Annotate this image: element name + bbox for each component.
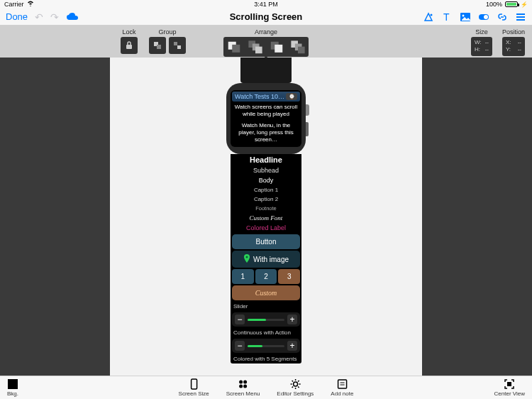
status-right: 100% ⚡: [486, 1, 528, 8]
slider-plus-icon[interactable]: +: [287, 341, 297, 351]
done-button[interactable]: Done: [6, 11, 28, 22]
toggle-tool-icon[interactable]: [478, 11, 489, 23]
wifi-icon: [27, 1, 34, 8]
add-note-button[interactable]: Add note: [331, 378, 353, 397]
svg-rect-20: [298, 47, 305, 54]
slider-minus-icon[interactable]: −: [235, 315, 245, 324]
position-label: Position: [502, 28, 525, 35]
watch-button-with-image[interactable]: With image: [232, 251, 300, 268]
menu-icon[interactable]: [515, 11, 526, 23]
send-backward-button[interactable]: [226, 40, 242, 54]
position-group: Position X:-- Y:--: [502, 28, 525, 56]
add-note-label: Add note: [331, 390, 353, 397]
watch-title-bar[interactable]: Watch Tests 10… ⌚: [232, 92, 300, 102]
svg-point-5: [484, 15, 488, 19]
svg-rect-8: [157, 45, 161, 49]
svg-line-32: [292, 381, 293, 382]
screen-size-button[interactable]: Screen Size: [179, 378, 209, 397]
canvas[interactable]: Watch Tests 10… ⌚ Watch screens can scro…: [0, 58, 532, 376]
slider-label: Slider: [231, 302, 301, 311]
watch-slider-2[interactable]: − +: [232, 339, 300, 353]
watch-intro-1[interactable]: Watch screens can scroll while being pla…: [231, 102, 301, 120]
slider3-label: Colored with 5 Segments: [231, 354, 301, 364]
svg-point-23: [239, 381, 243, 384]
bkg-button[interactable]: Bkg.: [7, 378, 18, 397]
charging-icon: ⚡: [521, 1, 528, 8]
slider-plus-icon[interactable]: +: [287, 315, 297, 324]
screen-menu-label: Screen Menu: [226, 390, 260, 397]
square-icon: [8, 379, 18, 389]
size-box[interactable]: W:-- H:--: [471, 37, 492, 56]
arrange-label: Arrange: [223, 28, 309, 35]
watch-caption2[interactable]: Caption 2: [231, 195, 301, 204]
toolbar: Lock Group Arrange Size W:-- H:--: [0, 26, 532, 58]
svg-point-0: [431, 13, 433, 16]
svg-point-24: [243, 381, 247, 384]
editor-settings-button[interactable]: Editor Settings: [277, 378, 314, 397]
group-tools: Group: [149, 28, 186, 54]
seg-1[interactable]: 1: [232, 269, 254, 284]
cloud-icon[interactable]: [66, 11, 79, 23]
svg-rect-15: [255, 47, 262, 54]
watch-side-button: [306, 122, 309, 136]
size-label: Size: [471, 28, 492, 35]
bring-front-button[interactable]: [290, 40, 306, 54]
note-icon: [336, 378, 348, 390]
watch-intro-2[interactable]: Watch Menu, in the player, long press th…: [231, 120, 301, 146]
svg-point-3: [462, 14, 465, 16]
watch-subhead[interactable]: Subhead: [231, 165, 301, 175]
watch-body[interactable]: Body: [231, 175, 301, 185]
svg-rect-6: [126, 45, 132, 49]
status-left: Carrier: [4, 1, 34, 8]
watch-title: Watch Tests 10…: [235, 93, 284, 100]
bring-forward-button[interactable]: [269, 40, 284, 54]
arrange-group: Arrange: [223, 28, 309, 57]
watch-custom-button[interactable]: Custom: [232, 285, 300, 300]
watch-mockup: Watch Tests 10… ⌚ Watch screens can scro…: [223, 58, 309, 364]
svg-rect-9: [174, 42, 177, 45]
shape-tool-icon[interactable]: [423, 11, 434, 23]
watch-face: Watch Tests 10… ⌚ Watch screens can scro…: [231, 90, 301, 147]
watch-scroll-content: Headline Subhead Body Caption 1 Caption …: [231, 154, 301, 364]
svg-rect-12: [232, 45, 240, 53]
watch-footnote[interactable]: Footnote: [231, 204, 301, 213]
redo-button[interactable]: ↷: [50, 11, 59, 23]
seg-3[interactable]: 3: [278, 269, 300, 284]
status-time: 3:41 PM: [254, 1, 278, 8]
lock-label: Lock: [121, 28, 138, 35]
seg-2[interactable]: 2: [255, 269, 277, 284]
grid-icon: [238, 378, 249, 390]
bkg-label: Bkg.: [7, 390, 18, 397]
svg-line-34: [292, 387, 293, 388]
center-view-icon: [504, 378, 515, 390]
nav-bar: Done ↶ ↷ Scrolling Screen T: [0, 9, 532, 26]
link-tool-icon[interactable]: [497, 11, 508, 23]
watch-headline[interactable]: Headline: [231, 154, 301, 165]
svg-line-33: [298, 387, 299, 388]
svg-rect-17: [275, 45, 282, 53]
battery-icon: [505, 1, 518, 7]
watch-custom-font[interactable]: Custom Font: [231, 213, 301, 223]
undo-button[interactable]: ↶: [35, 11, 43, 23]
svg-point-21: [245, 256, 248, 258]
size-group: Size W:-- H:--: [471, 28, 492, 56]
slider-minus-icon[interactable]: −: [235, 341, 245, 351]
image-tool-icon[interactable]: [460, 11, 471, 23]
watch-colored-label[interactable]: Colored Label: [231, 223, 301, 233]
slider2-label: Continuous with Action: [231, 328, 301, 337]
lock-button[interactable]: [121, 37, 138, 54]
send-back-button[interactable]: [248, 40, 263, 54]
position-box[interactable]: X:-- Y:--: [502, 37, 525, 56]
bottom-bar: Bkg. Screen Size Screen Menu Editor Sett…: [0, 376, 532, 399]
ungroup-button[interactable]: [169, 37, 186, 54]
watch-slider-1[interactable]: − +: [232, 312, 300, 327]
text-tool-icon[interactable]: T: [441, 11, 453, 23]
lock-group: Lock: [121, 28, 138, 54]
watch-segment: 1 2 3: [232, 269, 300, 284]
group-button[interactable]: [149, 37, 166, 54]
screen-menu-button[interactable]: Screen Menu: [226, 378, 260, 397]
center-view-button[interactable]: Center View: [494, 378, 525, 397]
watch-caption1[interactable]: Caption 1: [231, 185, 301, 195]
watch-button[interactable]: Button: [232, 234, 300, 249]
svg-point-25: [239, 385, 243, 388]
